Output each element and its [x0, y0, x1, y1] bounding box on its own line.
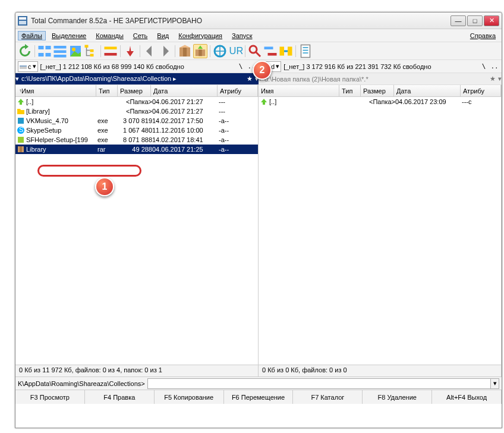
drive-right-label: [_нет_] [284, 63, 304, 70]
maximize-button[interactable]: □ [467, 15, 483, 26]
tree-icon[interactable] [84, 44, 98, 58]
col-attr-right[interactable]: Атрибу [461, 85, 501, 96]
back-icon[interactable] [143, 44, 157, 58]
function-keys: F3 Просмотр F4 Правка F5 Копирование F6 … [15, 390, 502, 404]
view-brief-icon[interactable] [37, 44, 52, 58]
col-size-right[interactable]: Размер [361, 85, 394, 96]
notepad-icon[interactable] [298, 44, 313, 58]
commandline-input[interactable] [147, 378, 491, 389]
svg-text:URL: URL [229, 45, 243, 55]
col-ext-left[interactable]: Тип [96, 85, 118, 96]
svg-rect-16 [105, 53, 117, 56]
svg-rect-12 [85, 45, 89, 48]
window-title: Total Commander 8.52a - НЕ ЗАРЕГИСТРИРОВ… [31, 17, 451, 25]
menu-selection[interactable]: Выделение [48, 31, 90, 40]
svg-rect-3 [39, 46, 44, 49]
file-row[interactable]: [Library]<Папка>04.06.2017 21:27--- [15, 106, 258, 116]
view-full-icon[interactable] [53, 44, 67, 58]
menu-start[interactable]: Запуск [228, 31, 256, 40]
toolbar: URL [15, 42, 502, 60]
menu-net[interactable]: Сеть [130, 31, 151, 40]
up-right-button[interactable]: .. [490, 62, 499, 71]
svg-point-11 [72, 48, 75, 51]
menu-help[interactable]: Справка [467, 31, 499, 40]
menu-view[interactable]: Вид [153, 31, 172, 40]
col-name-right[interactable]: Имя [259, 85, 339, 96]
file-row[interactable]: SFHelper-Setup-[199exe8 071 88814.02.201… [15, 135, 258, 145]
goto-icon[interactable] [123, 44, 137, 58]
commandline-path: K\AppData\Roaming\Shareaza\Collections> [18, 380, 145, 387]
svg-rect-18 [183, 48, 187, 57]
refresh-icon[interactable] [18, 44, 32, 58]
svg-rect-20 [199, 49, 202, 56]
search-icon[interactable] [248, 44, 262, 58]
svg-rect-30 [20, 65, 27, 67]
svg-rect-7 [54, 46, 67, 49]
col-name-left[interactable]: ↑Имя [15, 85, 96, 96]
file-row[interactable]: SSkypeSetupexe1 067 48011.12.2016 10:00-… [15, 125, 258, 135]
file-row[interactable]: [..]<Папка>04.06.2017 23:09---c [259, 97, 501, 106]
path-left[interactable]: ▾c:\Users\ПК\AppData\Roaming\Shareaza\Co… [15, 73, 259, 84]
panel-left: ↑Имя Тип Размер Дата Атрибу [..]<Папка>0… [15, 85, 259, 365]
status-right: 0 Кб из 0 Кб, файлов: 0 из 0 [259, 365, 502, 376]
forward-icon[interactable] [158, 44, 172, 58]
svg-text:S: S [19, 126, 23, 133]
svg-rect-1 [19, 17, 26, 20]
unpack-icon[interactable] [193, 44, 207, 58]
col-size-left[interactable]: Размер [118, 85, 151, 96]
callout-2: 2 [253, 61, 272, 80]
menu-files[interactable]: Файлы [18, 31, 46, 40]
f8-delete[interactable]: F8 Удаление [363, 390, 432, 404]
rar-icon [17, 145, 25, 153]
svg-rect-6 [46, 53, 51, 57]
f4-edit[interactable]: F4 Правка [85, 390, 155, 404]
drive-left-label: [_нет_] [40, 63, 61, 70]
drive-right-info: 3 172 916 Кб из 221 391 732 Кб свободно [306, 63, 431, 70]
f5-copy[interactable]: F5 Копирование [155, 390, 224, 404]
close-button[interactable]: ✕ [484, 15, 499, 26]
minimize-button[interactable]: — [451, 15, 466, 26]
panel-right: Имя Тип Размер Дата Атрибу [..]<Папка>04… [259, 85, 502, 365]
svg-point-23 [250, 46, 257, 53]
file-row[interactable]: VKMusic_4.70exe3 070 81914.02.2017 17:50… [15, 116, 258, 125]
root-right-button[interactable]: \ [479, 62, 489, 71]
svg-rect-13 [90, 49, 94, 52]
menu-config[interactable]: Конфигурация [175, 31, 226, 40]
ftp-new-icon[interactable]: URL [228, 44, 242, 58]
svg-rect-4 [46, 46, 51, 49]
up-icon [260, 98, 268, 106]
multirename-icon[interactable] [263, 44, 278, 58]
favorite-left-icon[interactable]: ★ [244, 75, 255, 83]
commandline-dropdown[interactable]: ▾ [491, 378, 499, 389]
drive-left-select[interactable]: c ▾ [18, 61, 38, 72]
file-row[interactable]: Libraryrar49 28804.06.2017 21:25-a-- [15, 145, 258, 154]
svg-rect-14 [90, 54, 94, 57]
svg-rect-38 [20, 146, 22, 152]
view-thumbs-icon[interactable] [68, 44, 83, 58]
col-attr-left[interactable]: Атрибу [218, 85, 258, 96]
favorite-right-icon[interactable]: ★ [487, 75, 498, 83]
menu-commands[interactable]: Команды [92, 31, 127, 40]
path-right[interactable]: ▾d:\Новая папка (2)\Новая папка\*.* ★▾ [259, 73, 502, 84]
path-left-text: c:\Users\ПК\AppData\Roaming\Shareaza\Col… [19, 75, 179, 83]
svg-rect-36 [18, 137, 24, 143]
altf4-exit[interactable]: Alt+F4 Выход [432, 390, 502, 404]
invert-icon[interactable] [103, 44, 118, 58]
path-right-text: d:\Новая папка (2)\Новая папка\*.* [262, 76, 371, 83]
f3-view[interactable]: F3 Просмотр [15, 390, 85, 404]
svg-rect-28 [301, 45, 310, 57]
file-list-left[interactable]: [..]<Папка>04.06.2017 21:27---[Library]<… [15, 97, 258, 365]
sync-icon[interactable] [279, 44, 293, 58]
col-date-left[interactable]: Дата [151, 85, 218, 96]
col-ext-right[interactable]: Тип [339, 85, 361, 96]
pack-icon[interactable] [178, 44, 192, 58]
col-date-right[interactable]: Дата [394, 85, 461, 96]
titlebar: Total Commander 8.52a - НЕ ЗАРЕГИСТРИРОВ… [15, 12, 502, 29]
file-row[interactable]: [..]<Папка>04.06.2017 21:27--- [15, 97, 258, 106]
root-left-button[interactable]: \ [236, 62, 245, 71]
f6-move[interactable]: F6 Перемещение [224, 390, 294, 404]
up-icon [17, 98, 25, 106]
ftp-icon[interactable] [213, 44, 227, 58]
file-list-right[interactable]: [..]<Папка>04.06.2017 23:09---c [259, 97, 501, 365]
f7-mkdir[interactable]: F7 Каталог [293, 390, 363, 404]
